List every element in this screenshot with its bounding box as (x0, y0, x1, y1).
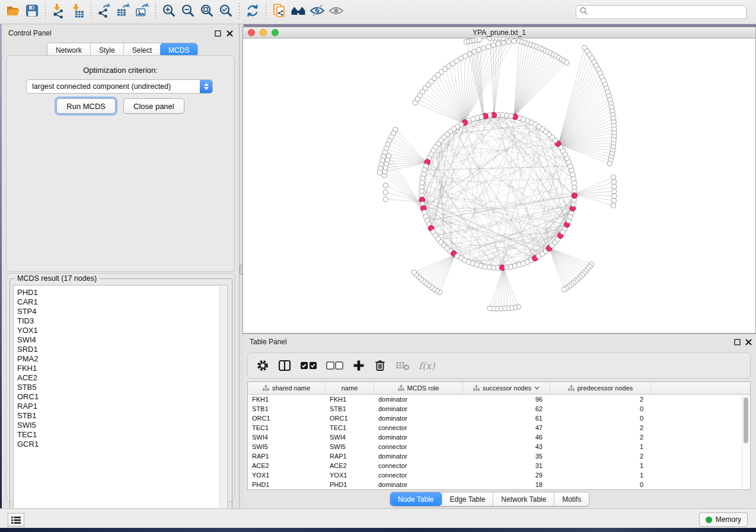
close-panel-icon[interactable] (226, 30, 234, 37)
mcds-result-item[interactable]: STB1 (17, 411, 227, 421)
tab-node-table[interactable]: Node Table (390, 492, 442, 506)
tab-edge-table[interactable]: Edge Table (442, 492, 493, 506)
mcds-result-item[interactable]: YOX1 (17, 326, 227, 335)
leaf-node[interactable] (612, 184, 617, 189)
leaf-node[interactable] (477, 38, 482, 42)
memory-button[interactable]: Memory (699, 512, 748, 527)
mcds-result-item[interactable]: ACE2 (17, 373, 227, 383)
open-file-button[interactable] (4, 2, 23, 21)
task-history-button[interactable] (8, 513, 24, 527)
table-row[interactable]: TEC1TEC1connector472 (248, 423, 750, 432)
table-row[interactable]: ORC1ORC1dominator610 (248, 414, 750, 423)
mcds-list-scrollbar[interactable] (219, 286, 227, 517)
leaf-node[interactable] (377, 170, 382, 175)
leaf-node[interactable] (487, 306, 492, 310)
table-scrollbar[interactable] (742, 395, 749, 489)
zoom-fit-button[interactable] (197, 2, 216, 21)
add-column-icon[interactable] (352, 359, 365, 372)
table-row[interactable]: ACE2ACE2connector311 (248, 461, 750, 470)
leaf-node[interactable] (386, 153, 391, 158)
leaf-node[interactable] (463, 54, 468, 59)
zoom-in-button[interactable] (160, 2, 178, 21)
leaf-node[interactable] (607, 161, 612, 166)
run-mcds-button[interactable]: Run MCDS (56, 98, 116, 114)
leaf-node[interactable] (383, 197, 388, 201)
leaf-node[interactable] (501, 40, 506, 45)
column-header-name[interactable]: name (326, 382, 374, 394)
column-header-mcds-role[interactable]: MCDS role (374, 382, 463, 394)
leaf-node[interactable] (562, 287, 567, 292)
import-table-button[interactable] (68, 2, 87, 21)
delete-table-icon[interactable] (395, 360, 410, 371)
import-network-button[interactable] (49, 2, 68, 21)
mcds-result-item[interactable]: GCR1 (17, 440, 227, 449)
float-panel-icon[interactable] (733, 338, 741, 346)
table-row[interactable]: RAP1RAP1dominator352 (248, 451, 750, 461)
leaf-node[interactable] (412, 270, 416, 275)
refresh-layout-button[interactable] (243, 2, 262, 21)
mcds-result-item[interactable]: SWI4 (17, 335, 227, 345)
tab-motifs[interactable]: Motifs (554, 492, 589, 506)
mcds-result-item[interactable]: STP4 (17, 307, 227, 316)
leaf-node[interactable] (506, 40, 511, 44)
export-network-button[interactable] (95, 2, 114, 21)
leaf-node[interactable] (611, 198, 616, 203)
leaf-node[interactable] (612, 194, 617, 198)
table-row[interactable]: FKH1FKH1dominator962 (248, 395, 750, 404)
table-row[interactable]: SWI4SWI4dominator462 (248, 432, 750, 442)
table-row[interactable]: SWI5SWI5connector431 (248, 442, 750, 451)
export-image-button[interactable] (133, 2, 152, 21)
leaf-node[interactable] (611, 180, 616, 184)
leaf-node[interactable] (486, 44, 491, 49)
search-box[interactable] (576, 5, 747, 19)
leaf-node[interactable] (496, 41, 500, 46)
mcds-result-item[interactable]: FKH1 (17, 364, 227, 373)
deselect-all-checkboxes-icon[interactable] (326, 360, 344, 371)
leaf-node[interactable] (477, 47, 481, 52)
leaf-node[interactable] (491, 43, 496, 47)
table-scrollbar-thumb[interactable] (744, 398, 748, 443)
leaf-node[interactable] (564, 60, 569, 65)
mcds-result-item[interactable]: CAR1 (17, 297, 227, 307)
criterion-dropdown[interactable]: largest connected component (undirected) (26, 79, 213, 94)
float-panel-icon[interactable] (214, 30, 222, 37)
leaf-node[interactable] (501, 38, 506, 40)
mcds-result-item[interactable]: PHD1 (17, 288, 227, 297)
leaf-node[interactable] (383, 190, 388, 195)
network-window-titlebar[interactable]: YPA_prune.txt_1 (243, 27, 755, 39)
mcds-result-item[interactable]: TEC1 (17, 430, 227, 440)
leaf-node[interactable] (611, 203, 615, 208)
show-columns-icon[interactable] (277, 359, 292, 372)
function-builder-icon[interactable]: f(x) (419, 360, 435, 371)
mcds-result-item[interactable]: STB5 (17, 383, 227, 392)
search-input[interactable] (588, 7, 743, 17)
table-row[interactable]: STB1STB1dominator620 (248, 404, 750, 414)
table-row[interactable]: PHD1PHD1dominator180 (248, 480, 750, 489)
leaf-node[interactable] (481, 46, 486, 50)
mcds-result-item[interactable]: ORC1 (17, 392, 227, 402)
mcds-result-item[interactable]: RAP1 (17, 402, 227, 411)
zoom-out-button[interactable] (178, 2, 197, 21)
delete-columns-icon[interactable] (374, 359, 387, 372)
column-header-predecessor-nodes[interactable]: predecessor nodes (550, 382, 651, 394)
leaf-node[interactable] (383, 183, 388, 188)
leaf-node[interactable] (612, 189, 617, 194)
mcds-result-item[interactable]: SRD1 (17, 345, 227, 354)
hide-selected-button[interactable] (308, 2, 327, 21)
select-all-checkboxes-icon[interactable] (300, 360, 318, 371)
leaf-node[interactable] (611, 175, 615, 180)
close-panel-button[interactable]: Close panel (123, 98, 184, 114)
clone-network-button[interactable] (270, 2, 289, 21)
dominator-node[interactable] (572, 193, 578, 198)
show-all-button[interactable] (327, 2, 346, 21)
mcds-result-item[interactable]: SWI5 (17, 421, 227, 430)
settings-gear-icon[interactable] (256, 359, 269, 372)
save-session-button[interactable] (23, 2, 42, 21)
leaf-node[interactable] (512, 39, 516, 43)
leaf-node[interactable] (467, 52, 472, 56)
tab-network-table[interactable]: Network Table (493, 492, 554, 506)
mcds-result-list[interactable]: PHD1CAR1STP4TID3YOX1SWI4SRD1PMA2FKH1ACE2… (13, 285, 228, 517)
close-panel-icon[interactable] (745, 338, 752, 346)
zoom-selected-button[interactable] (216, 2, 235, 21)
column-header-shared-name[interactable]: shared name (248, 382, 326, 394)
